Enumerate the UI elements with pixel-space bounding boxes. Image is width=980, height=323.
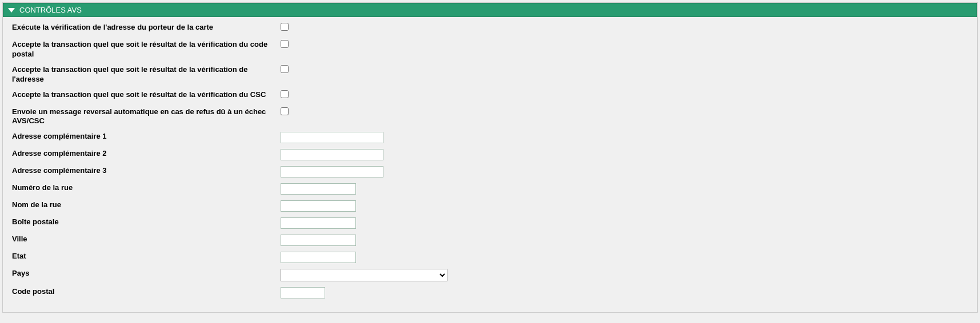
select-country[interactable] — [281, 269, 447, 281]
checkbox-auto-reversal[interactable] — [281, 107, 289, 115]
row-addr2: Adresse complémentaire 2 — [12, 149, 968, 160]
collapse-triangle-icon — [8, 8, 15, 13]
input-street-num[interactable] — [281, 183, 356, 195]
input-postal-code[interactable] — [281, 287, 325, 298]
label-execute-verify: Exécute la vérification de l'adresse du … — [12, 23, 281, 33]
label-addr3: Adresse complémentaire 3 — [12, 166, 281, 176]
label-country: Pays — [12, 269, 281, 278]
row-street-num: Numéro de la rue — [12, 183, 968, 195]
row-state: Etat — [12, 252, 968, 263]
row-addr1: Adresse complémentaire 1 — [12, 132, 968, 143]
row-accept-address: Accepte la transaction quel que soit le … — [12, 65, 968, 84]
row-street-name: Nom de la rue — [12, 200, 968, 212]
row-addr3: Adresse complémentaire 3 — [12, 166, 968, 177]
label-street-num: Numéro de la rue — [12, 183, 281, 193]
label-state: Etat — [12, 252, 281, 261]
label-accept-address: Accepte la transaction quel que soit le … — [12, 65, 281, 84]
row-postal-code: Code postal — [12, 287, 968, 298]
checkbox-accept-address[interactable] — [281, 65, 289, 73]
panel-body: Exécute la vérification de l'adresse du … — [3, 17, 977, 312]
row-accept-postal: Accepte la transaction quel que soit le … — [12, 40, 968, 59]
label-auto-reversal: Envoie un message reversal automatique e… — [12, 107, 281, 127]
label-street-name: Nom de la rue — [12, 200, 281, 210]
checkbox-execute-verify[interactable] — [281, 23, 289, 31]
input-addr2[interactable] — [281, 149, 383, 160]
row-accept-csc: Accepte la transaction quel que soit le … — [12, 90, 968, 102]
label-postal-code: Code postal — [12, 287, 281, 297]
label-accept-csc: Accepte la transaction quel que soit le … — [12, 90, 281, 100]
panel-title: CONTRÔLES AVS — [19, 6, 82, 14]
avs-controls-panel: CONTRÔLES AVS Exécute la vérification de… — [2, 2, 978, 313]
panel-header[interactable]: CONTRÔLES AVS — [3, 3, 977, 17]
checkbox-accept-csc[interactable] — [281, 90, 289, 98]
row-country: Pays — [12, 269, 968, 281]
label-po-box: Boîte postale — [12, 217, 281, 227]
label-addr2: Adresse complémentaire 2 — [12, 149, 281, 159]
input-state[interactable] — [281, 252, 356, 263]
row-auto-reversal: Envoie un message reversal automatique e… — [12, 107, 968, 127]
input-addr1[interactable] — [281, 132, 383, 143]
input-addr3[interactable] — [281, 166, 383, 177]
input-city[interactable] — [281, 235, 356, 246]
input-street-name[interactable] — [281, 200, 356, 212]
row-execute-verify: Exécute la vérification de l'adresse du … — [12, 23, 968, 34]
checkbox-accept-postal[interactable] — [281, 40, 289, 48]
label-addr1: Adresse complémentaire 1 — [12, 132, 281, 142]
row-city: Ville — [12, 235, 968, 246]
label-accept-postal: Accepte la transaction quel que soit le … — [12, 40, 281, 59]
row-po-box: Boîte postale — [12, 217, 968, 229]
label-city: Ville — [12, 235, 281, 244]
input-po-box[interactable] — [281, 217, 356, 229]
